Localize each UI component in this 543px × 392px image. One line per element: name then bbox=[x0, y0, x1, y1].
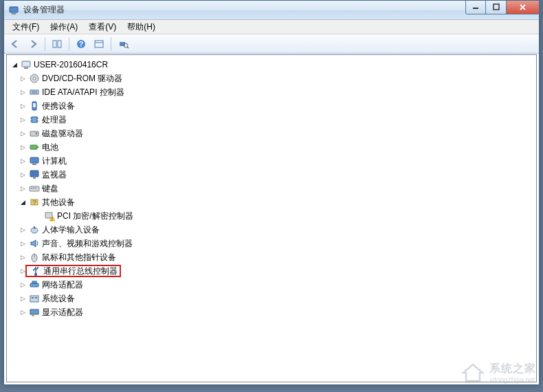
tree-node[interactable]: ▷系统设备 bbox=[7, 292, 536, 305]
node-label: 电池 bbox=[42, 142, 58, 153]
tree-node[interactable]: ▷IDE ATA/ATAPI 控制器 bbox=[7, 85, 536, 99]
svg-rect-37 bbox=[33, 188, 34, 188]
svg-rect-5 bbox=[58, 41, 61, 47]
disc-drive-icon bbox=[29, 73, 40, 84]
expand-icon[interactable]: ▷ bbox=[18, 142, 27, 152]
node-label: 键盘 bbox=[42, 183, 58, 195]
toolbar: ? bbox=[4, 34, 539, 54]
tree-child-node[interactable]: !PCI 加密/解密控制器 bbox=[7, 209, 536, 223]
expand-icon[interactable]: ▷ bbox=[18, 101, 27, 111]
svg-rect-31 bbox=[30, 157, 38, 163]
node-label: 人体学输入设备 bbox=[42, 224, 100, 236]
svg-rect-14 bbox=[24, 67, 28, 69]
svg-rect-17 bbox=[30, 90, 38, 94]
tree-node[interactable]: ▷人体学输入设备 bbox=[7, 223, 536, 237]
show-hide-tree-button[interactable] bbox=[49, 36, 65, 52]
svg-rect-2 bbox=[473, 8, 478, 9]
expand-icon[interactable]: ▷ bbox=[18, 239, 27, 248]
tree-node[interactable]: ▷磁盘驱动器 bbox=[7, 127, 536, 140]
tree-node[interactable]: ▷声音、视频和游戏控制器 bbox=[7, 237, 536, 250]
svg-rect-0 bbox=[10, 7, 18, 12]
tree-root-node[interactable]: ◢USER-20160416CR bbox=[7, 58, 536, 72]
mouse-icon bbox=[29, 252, 40, 263]
expand-icon[interactable]: ▷ bbox=[18, 184, 27, 193]
computer-root-icon bbox=[21, 59, 32, 70]
app-icon bbox=[8, 5, 19, 16]
expand-icon[interactable]: ▷ bbox=[18, 252, 27, 262]
svg-rect-54 bbox=[30, 309, 38, 314]
collapse-icon[interactable]: ◢ bbox=[18, 197, 27, 207]
svg-rect-32 bbox=[32, 164, 36, 165]
svg-rect-8 bbox=[95, 41, 103, 47]
monitor-icon bbox=[29, 169, 40, 180]
properties-button[interactable] bbox=[91, 36, 107, 52]
expand-icon[interactable]: ▷ bbox=[18, 156, 27, 166]
node-label: 网络适配器 bbox=[42, 279, 83, 291]
svg-rect-30 bbox=[37, 146, 38, 148]
svg-rect-4 bbox=[53, 41, 56, 47]
device-manager-window: 设备管理器 文件(F) 操作(A) 查看(V) 帮助(H) ? ◢USER-20… bbox=[3, 0, 540, 385]
svg-rect-53 bbox=[35, 297, 37, 298]
expand-icon[interactable]: ▷ bbox=[18, 129, 27, 138]
svg-rect-55 bbox=[32, 315, 34, 316]
tree-node[interactable]: ▷键盘 bbox=[7, 182, 536, 195]
expand-icon[interactable]: ▷ bbox=[18, 225, 27, 235]
svg-rect-51 bbox=[30, 296, 38, 302]
svg-text:?: ? bbox=[32, 199, 36, 206]
svg-rect-1 bbox=[12, 13, 16, 14]
device-tree[interactable]: ◢USER-20160416CR▷DVD/CD-ROM 驱动器▷IDE ATA/… bbox=[6, 54, 537, 382]
tree-node[interactable]: ▷计算机 bbox=[7, 154, 536, 168]
expand-icon[interactable]: ▷ bbox=[18, 294, 27, 303]
node-label: 鼠标和其他指针设备 bbox=[42, 252, 116, 263]
tree-node[interactable]: ▷电池 bbox=[7, 140, 536, 154]
scan-hardware-button[interactable] bbox=[115, 36, 131, 52]
maximize-button[interactable] bbox=[486, 1, 507, 14]
expand-icon[interactable]: ▷ bbox=[18, 307, 27, 317]
network-icon bbox=[29, 279, 40, 290]
window-controls bbox=[465, 1, 540, 14]
tree-node[interactable]: ◢?其他设备 bbox=[7, 195, 536, 209]
help-button[interactable]: ? bbox=[73, 36, 89, 52]
battery-icon bbox=[29, 142, 40, 153]
collapse-icon[interactable]: ◢ bbox=[10, 60, 19, 69]
expand-icon[interactable]: ▷ bbox=[18, 115, 27, 124]
node-label: DVD/CD-ROM 驱动器 bbox=[42, 73, 122, 85]
portable-device-icon bbox=[29, 100, 40, 111]
expand-icon[interactable]: ▷ bbox=[18, 170, 27, 179]
root-label: USER-20160416CR bbox=[34, 60, 108, 69]
tree-node[interactable]: ▷监视器 bbox=[7, 168, 536, 182]
disk-drive-icon bbox=[29, 128, 40, 139]
svg-rect-49 bbox=[30, 283, 38, 287]
menu-file[interactable]: 文件(F) bbox=[7, 20, 45, 34]
tree-node[interactable]: ▷通用串行总线控制器 bbox=[7, 264, 536, 278]
menu-action[interactable]: 操作(A) bbox=[45, 20, 83, 34]
tree-node[interactable]: ▷DVD/CD-ROM 驱动器 bbox=[7, 72, 536, 85]
menu-help[interactable]: 帮助(H) bbox=[122, 20, 161, 34]
close-button[interactable] bbox=[507, 1, 540, 14]
menu-view[interactable]: 查看(V) bbox=[83, 20, 122, 34]
node-label: 处理器 bbox=[42, 114, 67, 126]
computer-icon bbox=[29, 155, 40, 166]
svg-rect-3 bbox=[494, 4, 499, 10]
svg-rect-52 bbox=[32, 297, 34, 298]
titlebar[interactable]: 设备管理器 bbox=[4, 1, 539, 20]
minimize-button[interactable] bbox=[465, 1, 486, 14]
system-device-icon bbox=[29, 293, 40, 304]
tree-node[interactable]: ▷便携设备 bbox=[7, 99, 536, 113]
tree-node[interactable]: ▷鼠标和其他指针设备 bbox=[7, 250, 536, 264]
expand-icon[interactable]: ▷ bbox=[18, 280, 27, 290]
expand-icon[interactable]: ▷ bbox=[18, 74, 27, 83]
menubar: 文件(F) 操作(A) 查看(V) 帮助(H) bbox=[4, 20, 539, 34]
ide-controller-icon bbox=[29, 87, 40, 98]
tree-node[interactable]: ▷显示适配器 bbox=[7, 305, 536, 319]
svg-rect-29 bbox=[30, 145, 37, 149]
tree-node[interactable]: ▷处理器 bbox=[7, 113, 536, 127]
node-label: 便携设备 bbox=[42, 100, 75, 112]
node-label: 系统设备 bbox=[42, 293, 75, 305]
expander-empty bbox=[33, 211, 43, 221]
tree-node[interactable]: ▷网络适配器 bbox=[7, 278, 536, 292]
forward-button[interactable] bbox=[25, 36, 41, 52]
expand-icon[interactable]: ▷ bbox=[18, 87, 27, 97]
node-label: 显示适配器 bbox=[42, 307, 83, 318]
back-button[interactable] bbox=[7, 36, 23, 52]
